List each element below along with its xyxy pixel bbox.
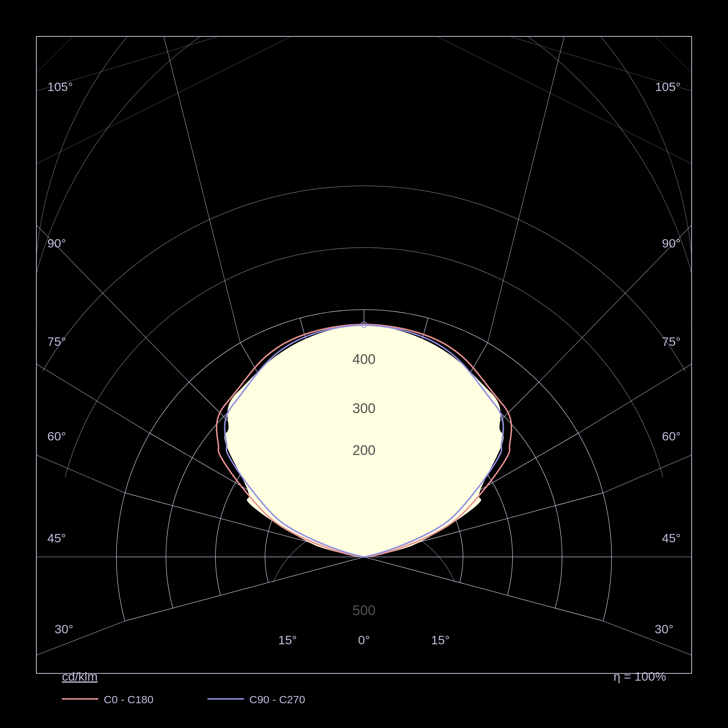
label-90deg-left: 90° [47, 236, 66, 250]
label-90deg-right: 90° [662, 236, 681, 250]
label-75deg-left: 75° [47, 335, 66, 348]
legend-c0-label: C0 - C180 [104, 693, 154, 705]
efficiency-label: η = 100% [613, 669, 666, 683]
unit-label: cd/klm [62, 669, 98, 683]
chart-container: 0° 15° 15° 30° 30° 45° 45° 60° 60° 75° 7… [18, 18, 710, 710]
label-30deg-left: 30° [55, 622, 73, 636]
label-300: 300 [352, 401, 375, 416]
legend-c90-label: C90 - C270 [249, 693, 305, 705]
label-60deg-right: 60° [662, 429, 681, 443]
label-105deg-left: 105° [47, 80, 73, 93]
label-30deg-right: 30° [655, 622, 673, 636]
polar-diagram: 0° 15° 15° 30° 30° 45° 45° 60° 60° 75° 7… [18, 18, 710, 710]
label-400: 400 [352, 352, 375, 367]
label-200: 200 [352, 443, 375, 458]
label-45deg-left: 45° [47, 531, 66, 545]
label-45deg-right: 45° [662, 531, 681, 545]
label-500: 500 [352, 603, 375, 618]
label-75deg-right: 75° [662, 335, 681, 348]
label-15deg-left: 15° [278, 633, 297, 647]
label-15deg-right: 15° [431, 633, 450, 647]
label-60deg-left: 60° [47, 429, 66, 443]
label-105deg-right: 105° [655, 80, 681, 93]
label-0deg: 0° [358, 633, 370, 647]
